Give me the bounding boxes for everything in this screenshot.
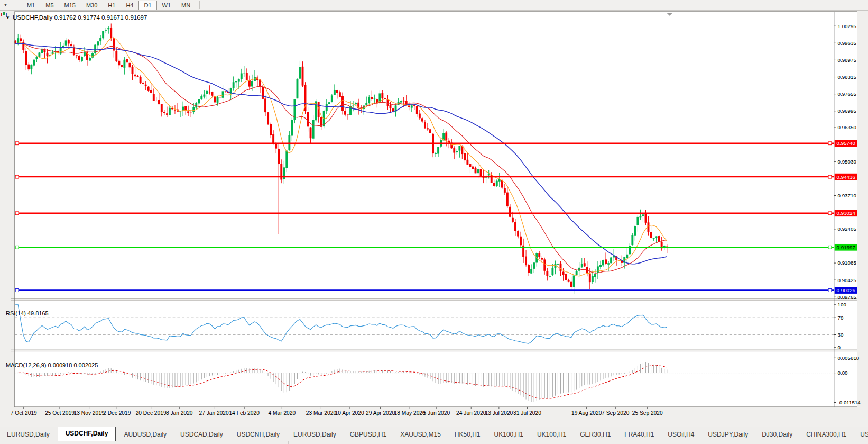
svg-text:0.95740: 0.95740 (837, 140, 856, 146)
pane-divider[interactable] (11, 349, 857, 351)
chart-context-caret-icon[interactable]: ▼ (6, 15, 10, 20)
chart-tab-usdchf-daily[interactable]: USDCHF,Daily (58, 427, 116, 441)
hline-handle[interactable] (828, 246, 832, 249)
svg-text:100: 100 (838, 302, 847, 307)
chart-title: ▼USDCHF,Daily 0.91762 0.91774 0.91671 0.… (6, 14, 147, 21)
svg-text:0.93024: 0.93024 (837, 210, 856, 216)
svg-text:8 Jan 2020: 8 Jan 2020 (166, 410, 193, 416)
svg-text:5 Jun 2020: 5 Jun 2020 (423, 410, 450, 416)
svg-text:2 Dec 2019: 2 Dec 2019 (103, 410, 131, 416)
svg-text:0.90425: 0.90425 (838, 277, 857, 283)
rsi-indicator-label: RSI(14) 49.8165 (6, 310, 49, 316)
svg-text:31 Jul 2020: 31 Jul 2020 (513, 410, 541, 416)
chevron-down-icon[interactable]: ▼ (4, 3, 7, 7)
svg-text:25 Sep 2020: 25 Sep 2020 (632, 410, 663, 416)
svg-text:19 Aug 2020: 19 Aug 2020 (571, 410, 602, 416)
top-toolbar: ▼ M1M5M15M30H1H4D1W1MN (0, 0, 868, 11)
svg-text:7 Oct 2019: 7 Oct 2019 (11, 410, 37, 416)
chart-tab-xauusd-m15[interactable]: XAUUSD,M15 (393, 429, 448, 441)
hline-handle[interactable] (15, 289, 19, 292)
svg-text:70: 70 (838, 315, 844, 321)
chart-tab-dj30-daily[interactable]: DJ30,Daily (755, 429, 799, 441)
chart-tab-audusd-daily[interactable]: AUDUSD,Daily (117, 429, 173, 441)
timeframe-button-m1[interactable]: M1 (22, 1, 40, 10)
statusbar-separator (677, 441, 677, 444)
toolbar-separator (199, 1, 200, 9)
svg-text:0.94436: 0.94436 (837, 174, 855, 180)
chart-tab-usdcad-daily[interactable]: USDCAD,Daily (173, 429, 230, 441)
chart-tab-usoil-h[interactable]: USOil,H (853, 429, 868, 441)
hline-handle[interactable] (15, 246, 19, 249)
svg-text:13 Jul 2020: 13 Jul 2020 (485, 410, 513, 416)
timeframe-button-mn[interactable]: MN (176, 1, 196, 10)
svg-text:25 Oct 2019: 25 Oct 2019 (45, 410, 75, 416)
svg-text:0.91085: 0.91085 (838, 260, 857, 266)
timeframe-buttons: M1M5M15M30H1H4D1W1MN (22, 1, 196, 10)
chart-tab-eurusd-daily[interactable]: EURUSD,Daily (0, 429, 57, 441)
svg-text:0.91697: 0.91697 (837, 244, 855, 250)
chart-tab-uk100-h1[interactable]: UK100,H1 (487, 429, 530, 441)
svg-text:7 Sep 2020: 7 Sep 2020 (602, 410, 630, 416)
svg-text:0.98315: 0.98315 (838, 74, 857, 80)
svg-text:1.00295: 1.00295 (838, 23, 857, 29)
svg-text:4 Mar 2020: 4 Mar 2020 (268, 410, 296, 416)
svg-text:0.00: 0.00 (838, 370, 848, 376)
chart-canvas[interactable]: 1.002950.996350.989750.983150.976550.969… (0, 11, 868, 427)
hline-handle[interactable] (15, 175, 19, 178)
svg-text:-0.011514: -0.011514 (838, 400, 861, 405)
macd-indicator-label: MACD(12,26,9) 0.000918 0.002025 (6, 362, 98, 368)
time-axis[interactable]: 7 Oct 201925 Oct 201913 Nov 20192 Dec 20… (11, 407, 663, 416)
hline-handle[interactable] (15, 142, 19, 145)
svg-text:0.90026: 0.90026 (837, 287, 855, 293)
chart-tab-ger30-h1[interactable]: GER30,H1 (573, 429, 617, 441)
svg-text:0.95030: 0.95030 (838, 159, 857, 165)
svg-text:30: 30 (838, 332, 844, 338)
chart-tab-china300-h1[interactable]: CHINA300,H1 (799, 429, 853, 441)
svg-text:0.005818: 0.005818 (838, 355, 860, 361)
svg-text:23 Mar 2020: 23 Mar 2020 (306, 410, 337, 416)
timeframe-button-h4[interactable]: H4 (121, 1, 138, 10)
svg-text:0.89765: 0.89765 (838, 294, 857, 300)
svg-text:24 Jun 2020: 24 Jun 2020 (456, 410, 486, 416)
svg-text:0.96995: 0.96995 (838, 108, 857, 114)
hline-handle[interactable] (828, 289, 832, 292)
hline-handle[interactable] (828, 175, 832, 178)
chart-tab-usdjpy-daily[interactable]: USDJPY,Daily (701, 429, 755, 441)
hline-handle[interactable] (15, 212, 19, 215)
status-bar (0, 441, 868, 444)
charts-toolbar-icon[interactable]: ▼ (0, 0, 10, 10)
chart-tab-hk50-h1[interactable]: HK50,H1 (448, 429, 487, 441)
chart-tab-bar: EURUSD,DailyUSDCHF,DailyAUDUSD,DailyUSDC… (0, 427, 868, 441)
chart-tab-fra40-h1[interactable]: FRA40,H1 (617, 429, 661, 441)
chart-tab-uk100-h1[interactable]: UK100,H1 (530, 429, 573, 441)
svg-text:0: 0 (838, 345, 841, 350)
svg-text:0.92405: 0.92405 (838, 226, 857, 232)
chart-tab-usoil-h4[interactable]: USOil,H4 (661, 429, 701, 441)
chart-tab-eurusd-daily[interactable]: EURUSD,Daily (287, 429, 343, 441)
svg-text:0.93710: 0.93710 (838, 193, 857, 198)
svg-text:0.97655: 0.97655 (838, 91, 857, 97)
svg-text:14 Feb 2020: 14 Feb 2020 (229, 410, 260, 416)
hline-handle[interactable] (828, 212, 832, 215)
svg-text:0.98975: 0.98975 (838, 57, 857, 63)
svg-text:0.96350: 0.96350 (838, 124, 857, 130)
svg-text:13 Nov 2019: 13 Nov 2019 (74, 410, 105, 416)
toolbar-grip[interactable] (13, 2, 16, 8)
timeframe-button-d1[interactable]: D1 (138, 1, 156, 10)
timeframe-button-w1[interactable]: W1 (157, 1, 177, 10)
statusbar-separator (484, 441, 484, 444)
svg-text:29 Apr 2020: 29 Apr 2020 (366, 410, 395, 416)
chart-tab-usdcnh-daily[interactable]: USDCNH,Daily (230, 429, 287, 441)
timeframe-button-m30[interactable]: M30 (81, 1, 103, 10)
chart-title-text: USDCHF,Daily 0.91762 0.91774 0.91671 0.9… (13, 14, 147, 21)
hline-handle[interactable] (828, 142, 832, 145)
timeframe-button-m5[interactable]: M5 (40, 1, 59, 10)
svg-text:27 Jan 2020: 27 Jan 2020 (199, 410, 229, 416)
svg-text:20 Dec 2019: 20 Dec 2019 (136, 410, 167, 416)
pane-divider[interactable] (11, 298, 857, 301)
chart-tab-gbpusd-h1[interactable]: GBPUSD,H1 (343, 429, 393, 441)
timeframe-button-h1[interactable]: H1 (103, 1, 121, 10)
svg-text:18 May 2020: 18 May 2020 (394, 410, 426, 416)
svg-text:0.99635: 0.99635 (838, 40, 857, 46)
timeframe-button-m15[interactable]: M15 (59, 1, 81, 10)
